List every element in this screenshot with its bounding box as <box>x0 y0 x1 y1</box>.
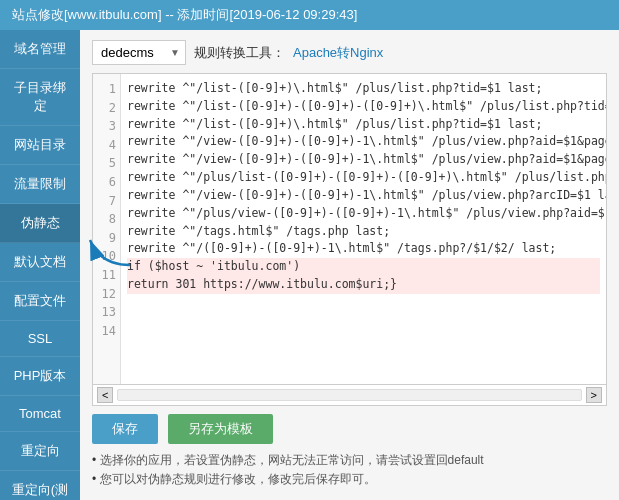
code-line: rewrite ^"/view-([0-9]+)-([0-9]+)-1\.htm… <box>127 133 600 151</box>
scroll-track[interactable] <box>117 389 581 401</box>
converter-label: 规则转换工具： <box>194 44 285 62</box>
line-numbers: 1234567891011121314 <box>93 74 121 384</box>
code-line: rewrite ^"/plus/view-([0-9]+)-([0-9]+)-1… <box>127 205 600 223</box>
sidebar-item-配置文件[interactable]: 配置文件 <box>0 282 80 321</box>
scrollbar-row: < > <box>92 385 607 406</box>
button-row: 保存 另存为模板 <box>92 414 607 444</box>
sidebar-item-SSL[interactable]: SSL <box>0 321 80 357</box>
sidebar-item-默认文档[interactable]: 默认文档 <box>0 243 80 282</box>
note-0: 选择你的应用，若设置伪静态，网站无法正常访问，请尝试设置回default <box>92 452 607 469</box>
note-1: 您可以对伪静态规则进行修改，修改完后保存即可。 <box>92 471 607 488</box>
sidebar-item-子目录绑定[interactable]: 子目录绑定 <box>0 69 80 126</box>
code-line: rewrite ^"/plus/list-([0-9]+)-([0-9]+)-(… <box>127 169 600 187</box>
sidebar-item-域名管理[interactable]: 域名管理 <box>0 30 80 69</box>
sidebar-item-网站目录[interactable]: 网站目录 <box>0 126 80 165</box>
code-line: rewrite ^"/view-([0-9]+)-([0-9]+)-1\.htm… <box>127 151 600 169</box>
title-bar: 站点修改[www.itbulu.com] -- 添加时间[2019-06-12 … <box>0 0 619 30</box>
sidebar: 域名管理子目录绑定网站目录流量限制伪静态默认文档配置文件SSLPHP版本Tomc… <box>0 30 80 500</box>
toolbar-row: dedecmswordpressthinkphpdefault ▼ 规则转换工具… <box>92 40 607 65</box>
code-line: rewrite ^"/list-([0-9]+)-([0-9]+)-([0-9]… <box>127 98 600 116</box>
code-line: rewrite ^"/([0-9]+)-([0-9]+)-1\.html$" /… <box>127 240 600 258</box>
content-area: dedecmswordpressthinkphpdefault ▼ 规则转换工具… <box>80 30 619 500</box>
save-template-button[interactable]: 另存为模板 <box>168 414 273 444</box>
sidebar-item-伪静态[interactable]: 伪静态 <box>0 204 80 243</box>
app-select[interactable]: dedecmswordpressthinkphpdefault <box>92 40 186 65</box>
sidebar-item-流量限制[interactable]: 流量限制 <box>0 165 80 204</box>
code-line: rewrite ^"/list-([0-9]+)\.html$" /plus/l… <box>127 80 600 98</box>
code-line: return 301 https://www.itbulu.com$uri;} <box>127 276 600 294</box>
code-line: rewrite ^"/view-([0-9]+)-([0-9]+)-1\.htm… <box>127 187 600 205</box>
code-content[interactable]: rewrite ^"/list-([0-9]+)\.html$" /plus/l… <box>121 74 606 384</box>
converter-link[interactable]: Apache转Nginx <box>293 44 383 62</box>
scroll-left-btn[interactable]: < <box>97 387 113 403</box>
sidebar-item-重定向(测试版)[interactable]: 重定向(测试版) <box>0 471 80 500</box>
save-button[interactable]: 保存 <box>92 414 158 444</box>
code-line: rewrite ^"/tags.html$" /tags.php last; <box>127 223 600 241</box>
code-line: rewrite ^"/list-([0-9]+)\.html$" /plus/l… <box>127 116 600 134</box>
code-editor[interactable]: 1234567891011121314 rewrite ^"/list-([0-… <box>92 73 607 385</box>
notes-area: 选择你的应用，若设置伪静态，网站无法正常访问，请尝试设置回default您可以对… <box>92 452 607 490</box>
code-line: if ($host ~ 'itbulu.com') <box>127 258 600 276</box>
sidebar-item-PHP版本[interactable]: PHP版本 <box>0 357 80 396</box>
app-select-wrapper[interactable]: dedecmswordpressthinkphpdefault ▼ <box>92 40 186 65</box>
sidebar-item-重定向[interactable]: 重定向 <box>0 432 80 471</box>
scroll-right-btn[interactable]: > <box>586 387 602 403</box>
sidebar-item-Tomcat[interactable]: Tomcat <box>0 396 80 432</box>
title-text: 站点修改[www.itbulu.com] -- 添加时间[2019-06-12 … <box>12 7 357 22</box>
